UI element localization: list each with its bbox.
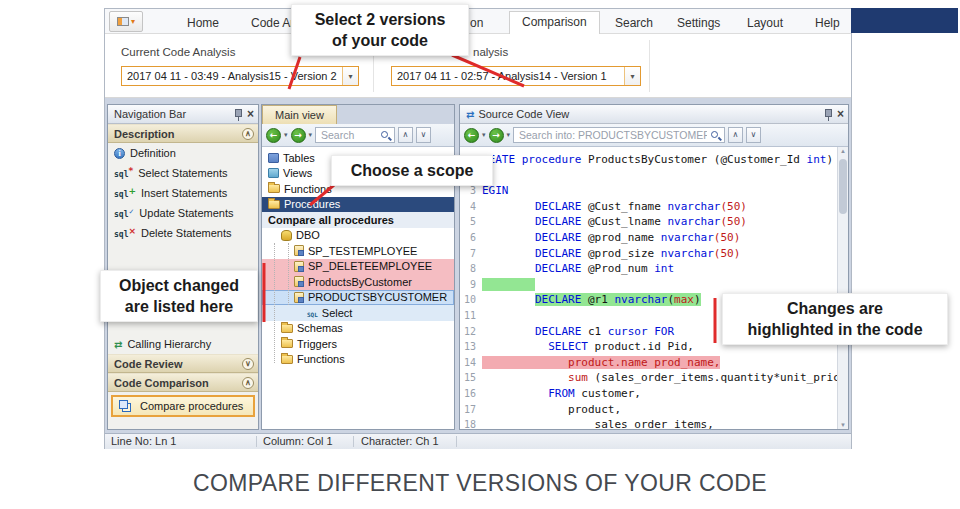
section-header-code-review[interactable]: Code Review ∨ xyxy=(108,354,258,373)
tree-item-label: SP_TESTEMPLOYEE xyxy=(308,245,417,257)
pin-icon[interactable] xyxy=(234,108,243,121)
vertical-scrollbar[interactable]: ▲ ▼ xyxy=(837,147,848,429)
combo-arrow-icon[interactable]: ▾ xyxy=(342,67,358,85)
compare-icon xyxy=(119,400,128,409)
callout-choose-scope: Choose a scope xyxy=(331,155,493,186)
close-icon[interactable]: × xyxy=(247,108,254,120)
scroll-up-icon[interactable]: ▲ xyxy=(838,148,848,154)
chevron-up-icon[interactable]: ∧ xyxy=(242,377,254,389)
code-line: 3EGIN xyxy=(460,180,837,196)
search-input[interactable]: Search xyxy=(315,127,395,143)
line-number: 18 xyxy=(460,417,482,429)
sidebar-item-calling-hierarchy[interactable]: Calling Hierarchy xyxy=(108,334,258,354)
scrollbar-thumb[interactable] xyxy=(839,159,847,214)
tree-item-label: Procedures xyxy=(284,198,340,210)
screenshot-root: ▾ HomeCode AnaonComparisonSearchSettings… xyxy=(0,0,960,509)
sqltext-icon xyxy=(307,307,318,319)
tree-item-functions[interactable]: Functions xyxy=(262,352,454,368)
code-line: 15 sum (sales_order_items.quantity*unit_… xyxy=(460,367,837,383)
forward-button[interactable]: → xyxy=(489,128,504,143)
chevron-down-icon[interactable]: ▾ xyxy=(507,131,511,139)
tree-item-procedures[interactable]: Procedures xyxy=(262,197,454,213)
tree-guide-line xyxy=(288,243,289,305)
procedure-icon xyxy=(294,245,304,256)
tree-item-triggers[interactable]: Triggers xyxy=(262,336,454,352)
sidebar-item-label: Calling Hierarchy xyxy=(127,338,211,350)
tab-search[interactable]: Search xyxy=(607,13,661,34)
close-icon[interactable]: × xyxy=(837,108,844,120)
tree-item-label: DBO xyxy=(296,229,320,241)
code-line: 16 FROM customer, xyxy=(460,383,837,399)
tree-item-label: Select xyxy=(322,307,353,319)
combo-arrow-icon[interactable]: ▾ xyxy=(624,67,640,85)
compare-procedures-label: Compare procedures xyxy=(140,400,243,412)
code-line: 1REATE procedure ProductsByCustomer (@Cu… xyxy=(460,149,837,165)
search-icon xyxy=(380,130,391,141)
code-line: 4 DECLARE @Cust_fname nvarchar(50) xyxy=(460,196,837,212)
procedures-icon xyxy=(268,200,280,209)
description-item-list: DefinitionSelect StatementsInsert Statem… xyxy=(108,143,258,243)
source-code-view-header: Source Code View × xyxy=(460,105,848,124)
tab-settings[interactable]: Settings xyxy=(669,13,728,34)
group-label-current-code-analysis: Current Code Analysis xyxy=(121,46,235,58)
tab-layout[interactable]: Layout xyxy=(739,13,791,34)
status-character: Character: Ch 1 xyxy=(361,435,439,447)
chevron-down-icon[interactable]: ▾ xyxy=(309,131,313,139)
previous-analysis-value: 2017 04 11 - 02:57 - Analysis14 - Versio… xyxy=(392,70,624,82)
tree-guide-line xyxy=(274,243,275,363)
current-analysis-combobox[interactable]: 2017 04 11 - 03:49 - Analysis15 - Versio… xyxy=(121,66,359,86)
tree-item-dbo[interactable]: DBO xyxy=(262,228,454,244)
tree-item-sp-deleteemployee[interactable]: SP_DELETEEMPLOYEE xyxy=(262,259,454,275)
chevron-down-icon[interactable]: ▾ xyxy=(482,131,486,139)
search-into-input[interactable]: Search into: PRODUCTSBYCUSTOMER xyxy=(513,127,725,143)
sidebar-item-select-statements[interactable]: Select Statements xyxy=(108,163,258,183)
compare-procedures-button[interactable]: Compare procedures xyxy=(111,395,255,417)
sidebar-item-update-statements[interactable]: Update Statements xyxy=(108,203,258,223)
definition-icon xyxy=(114,148,125,159)
forward-button[interactable]: → xyxy=(291,128,306,143)
chevron-down-icon[interactable]: ∨ xyxy=(242,358,254,370)
tree-item-label: Triggers xyxy=(297,338,337,350)
sidebar-item-definition[interactable]: Definition xyxy=(108,143,258,163)
source-code-view-title: Source Code View xyxy=(478,108,569,120)
scroll-down-icon[interactable]: ▼ xyxy=(838,422,848,428)
callout-select-versions: Select 2 versions of your code xyxy=(291,4,469,56)
search-previous-button[interactable]: ∧ xyxy=(398,127,413,143)
callout-object-changed: Object changed are listed here xyxy=(100,270,258,322)
tree-item-compare-all-procedures[interactable]: Compare all procedures xyxy=(262,212,454,228)
code-line: 8 DECLARE @Prod_num int xyxy=(460,258,837,274)
main-view-tab-strip: Main view xyxy=(262,105,454,124)
current-analysis-value: 2017 04 11 - 03:49 - Analysis15 - Versio… xyxy=(122,70,342,82)
sidebar-item-delete-statements[interactable]: Delete Statements xyxy=(108,223,258,243)
back-button[interactable]: ← xyxy=(266,128,281,143)
tab-main-view[interactable]: Main view xyxy=(262,105,337,124)
previous-analysis-combobox[interactable]: 2017 04 11 - 02:57 - Analysis14 - Versio… xyxy=(391,66,641,86)
tab-help[interactable]: Help xyxy=(807,13,848,34)
tree-item-productsbycustomer[interactable]: ProductsByCustomer xyxy=(262,274,454,290)
sql-insert-icon xyxy=(114,187,136,199)
pin-icon[interactable] xyxy=(824,108,833,121)
tab-home[interactable]: Home xyxy=(179,13,227,34)
source-code-view-panel: Source Code View × ← ▾ → ▾ Search into: … xyxy=(459,104,849,430)
search-next-button[interactable]: ∨ xyxy=(416,127,431,143)
sidebar-item-insert-statements[interactable]: Insert Statements xyxy=(108,183,258,203)
dock-area: Navigation Bar × Description ∧ Definitio… xyxy=(105,98,851,433)
tree-item-sp-testemployee[interactable]: SP_TESTEMPLOYEE xyxy=(262,243,454,259)
search-next-button[interactable]: ∨ xyxy=(746,127,761,143)
chevron-down-icon[interactable]: ▾ xyxy=(284,131,288,139)
app-menu-button[interactable]: ▾ xyxy=(109,11,143,32)
main-view-panel: Main view ← ▾ → ▾ Search ∧ ∨ xyxy=(261,104,455,430)
chevron-up-icon[interactable]: ∧ xyxy=(242,128,254,140)
tree-item-label: Schemas xyxy=(297,322,343,334)
code-line: 14 product.name prod_name, xyxy=(460,352,837,368)
search-previous-button[interactable]: ∧ xyxy=(728,127,743,143)
back-button[interactable]: ← xyxy=(464,128,479,143)
tree-item-select[interactable]: Select xyxy=(262,305,454,321)
section-header-description[interactable]: Description ∧ xyxy=(108,124,258,143)
search-icon xyxy=(710,130,721,141)
tree-item-label: Tables xyxy=(283,152,315,164)
tab-comparison[interactable]: Comparison xyxy=(509,11,600,34)
tree-item-productsbycustomer[interactable]: PRODUCTSBYCUSTOMER xyxy=(262,290,454,306)
tree-item-schemas[interactable]: Schemas xyxy=(262,321,454,337)
section-header-code-comparison[interactable]: Code Comparison ∧ xyxy=(108,373,258,392)
